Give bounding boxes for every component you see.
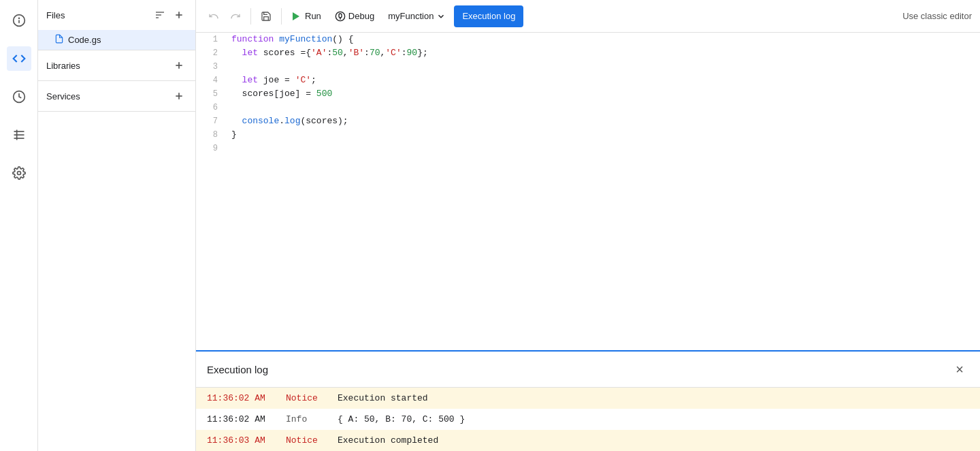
log-time: 11:36:03 AM [207, 435, 275, 446]
sort-files-btn[interactable] [152, 7, 168, 23]
log-row-notice-2: 11:36:03 AM Notice Execution completed [196, 430, 980, 451]
line-number: 1 [196, 33, 223, 46]
log-level: Notice [286, 435, 327, 446]
code-editor: 1 function myFunction() { 2 let scores =… [196, 33, 980, 350]
classic-editor-link[interactable]: Use classic editor [902, 11, 972, 21]
executions-icon-btn[interactable] [7, 123, 31, 147]
code-line: 9 [196, 142, 980, 155]
line-content [223, 142, 980, 155]
line-content: } [223, 128, 980, 142]
add-service-btn[interactable] [171, 88, 187, 104]
line-number: 2 [196, 46, 223, 60]
exec-log-panel: Execution log × 11:36:02 AM Notice Execu… [196, 350, 980, 451]
log-time: 11:36:02 AM [207, 393, 275, 403]
toolbar-right: Use classic editor [902, 11, 972, 21]
execution-log-btn[interactable]: Execution log [454, 5, 523, 27]
settings-icon-btn[interactable] [7, 161, 31, 185]
code-lines: 1 function myFunction() { 2 let scores =… [196, 33, 980, 155]
info-icon-btn[interactable] [7, 8, 31, 33]
redo-btn[interactable] [226, 5, 245, 27]
line-number: 7 [196, 114, 223, 128]
line-number: 3 [196, 60, 223, 74]
libraries-section: Libraries [38, 50, 195, 81]
services-label: Services [46, 91, 80, 102]
debug-btn[interactable]: Debug [329, 5, 380, 27]
toolbar-divider-2 [281, 8, 282, 25]
log-rows: 11:36:02 AM Notice Execution started 11:… [196, 388, 980, 451]
sidebar: Files [38, 0, 196, 451]
files-header[interactable]: Files [38, 0, 195, 30]
save-btn[interactable] [257, 5, 276, 27]
undo-btn[interactable] [204, 5, 223, 27]
code-gs-file[interactable]: Code.gs [38, 30, 195, 50]
line-content: let joe = 'C'; [223, 74, 980, 87]
line-number: 9 [196, 142, 223, 155]
triggers-icon-btn[interactable] [7, 84, 31, 109]
log-row-notice-1: 11:36:02 AM Notice Execution started [196, 388, 980, 409]
line-content [223, 60, 980, 74]
code-line: 3 [196, 60, 980, 74]
code-line: 2 let scores ={'A':50,'B':70,'C':90}; [196, 46, 980, 60]
services-header[interactable]: Services [38, 81, 195, 111]
log-message: Execution started [338, 393, 428, 403]
code-line: 4 let joe = 'C'; [196, 74, 980, 87]
add-library-btn[interactable] [171, 57, 187, 74]
code-line: 5 scores[joe] = 500 [196, 87, 980, 101]
add-file-btn[interactable] [171, 7, 187, 23]
exec-log-title: Execution log [207, 364, 268, 375]
file-icon [54, 34, 64, 46]
code-line: 8 } [196, 128, 980, 142]
libraries-label: Libraries [46, 61, 80, 71]
libraries-header[interactable]: Libraries [38, 50, 195, 80]
code-area[interactable]: 1 function myFunction() { 2 let scores =… [196, 33, 980, 350]
services-section: Services [38, 81, 195, 112]
run-btn[interactable]: Run [287, 5, 327, 27]
file-name: Code.gs [68, 35, 101, 45]
log-row-info-1: 11:36:02 AM Info { A: 50, B: 70, C: 500 … [196, 409, 980, 430]
play-icon [293, 12, 299, 20]
exec-log-header: Execution log × [196, 352, 980, 388]
code-line: 6 [196, 101, 980, 114]
code-line: 1 function myFunction() { [196, 33, 980, 46]
log-level: Notice [286, 393, 327, 403]
files-section: Files [38, 0, 195, 50]
debug-label: Debug [348, 11, 374, 21]
log-message: { A: 50, B: 70, C: 500 } [338, 414, 465, 424]
line-content: function myFunction() { [223, 33, 980, 46]
code-icon-btn[interactable] [7, 46, 31, 71]
exec-log-label: Execution log [462, 11, 515, 21]
toolbar-divider-1 [250, 8, 251, 25]
run-label: Run [305, 11, 321, 21]
line-number: 8 [196, 128, 223, 142]
line-number: 5 [196, 87, 223, 101]
svg-point-8 [17, 172, 20, 175]
close-icon: × [956, 362, 964, 376]
line-content: scores[joe] = 500 [223, 87, 980, 101]
log-level: Info [286, 414, 327, 424]
function-selector[interactable]: myFunction [382, 5, 451, 27]
log-time: 11:36:02 AM [207, 414, 275, 424]
code-line: 7 console.log(scores); [196, 114, 980, 128]
line-number: 6 [196, 101, 223, 114]
toolbar-left: Run Debug myFunction Execution log [204, 5, 897, 27]
main-area: Run Debug myFunction Execution log [196, 0, 980, 451]
log-message: Execution completed [338, 435, 438, 446]
files-label: Files [46, 10, 65, 20]
function-name: myFunction [388, 11, 434, 21]
line-content [223, 101, 980, 114]
line-number: 4 [196, 74, 223, 87]
exec-log-close-btn[interactable]: × [950, 360, 969, 379]
line-content: console.log(scores); [223, 114, 980, 128]
toolbar: Run Debug myFunction Execution log [196, 0, 980, 33]
line-content: let scores ={'A':50,'B':70,'C':90}; [223, 46, 980, 60]
icon-bar [0, 0, 38, 451]
